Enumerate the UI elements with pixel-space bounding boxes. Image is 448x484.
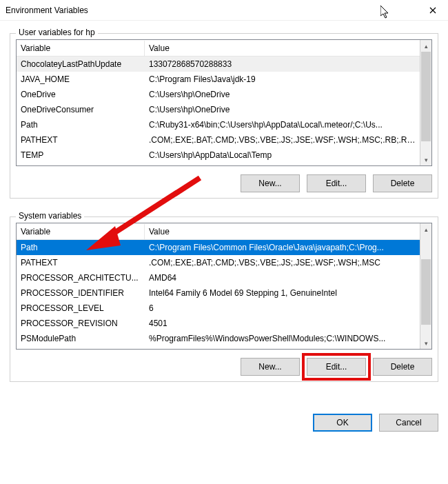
scroll-up-icon[interactable]: ▴ — [420, 223, 431, 235]
value-cell: Intel64 Family 6 Model 69 Stepping 1, Ge… — [145, 286, 420, 300]
value-cell: AMD64 — [145, 271, 420, 285]
table-row[interactable]: PathC:\Program Files\Common Files\Oracle… — [17, 240, 420, 255]
table-row[interactable]: ChocolateyLastPathUpdate1330728685702888… — [17, 57, 420, 72]
table-row[interactable]: TEMPC:\Users\hp\AppData\Local\Temp — [17, 148, 420, 163]
table-row[interactable]: PATHEXT.COM;.EXE;.BAT;.CMD;.VBS;.VBE;.JS… — [17, 132, 420, 148]
value-cell: .COM;.EXE;.BAT;.CMD;.VBS;.VBE;.JS;.JSE;.… — [145, 133, 420, 147]
scroll-down-icon[interactable]: ▾ — [420, 337, 431, 349]
column-header-value[interactable]: Value — [145, 41, 420, 56]
system-delete-button[interactable]: Delete — [373, 358, 432, 376]
variable-cell: PROCESSOR_LEVEL — [17, 301, 145, 315]
value-cell: 4501 — [145, 316, 420, 330]
table-row[interactable]: PSModulePath%ProgramFiles%\WindowsPowerS… — [17, 331, 420, 346]
table-row[interactable]: PathC:\Ruby31-x64\bin;C:\Users\hp\AppDat… — [17, 117, 420, 132]
table-row[interactable]: PATHEXT.COM;.EXE;.BAT;.CMD;.VBS;.VBE;.JS… — [17, 255, 420, 270]
variable-cell: PROCESSOR_IDENTIFIER — [17, 286, 145, 300]
user-variables-label: User variables for hp — [16, 28, 98, 37]
variable-cell: ChocolateyLastPathUpdate — [17, 57, 145, 71]
window-title: Environment Variables — [6, 6, 417, 15]
ok-button[interactable]: OK — [313, 414, 372, 432]
value-cell: 133072868570288833 — [145, 57, 420, 71]
system-list-scrollbar[interactable]: ▴ ▾ — [420, 223, 431, 349]
system-edit-button[interactable]: Edit... — [307, 358, 366, 376]
value-cell: C:\Users\hp\OneDrive — [145, 103, 420, 117]
system-new-button[interactable]: New... — [241, 358, 300, 376]
user-variables-group: User variables for hp Variable Value Cho… — [10, 33, 438, 199]
user-delete-button[interactable]: Delete — [373, 174, 432, 192]
table-row[interactable]: OneDriveC:\Users\hp\OneDrive — [17, 87, 420, 102]
variable-cell: PSModulePath — [17, 332, 145, 345]
user-variables-list[interactable]: Variable Value ChocolateyLastPathUpdate1… — [16, 39, 432, 166]
variable-cell: PATHEXT — [17, 133, 145, 147]
table-row[interactable]: PROCESSOR_IDENTIFIERIntel64 Family 6 Mod… — [17, 285, 420, 301]
value-cell: %ProgramFiles%\WindowsPowerShell\Modules… — [145, 332, 420, 345]
variable-cell: JAVA_HOME — [17, 72, 145, 86]
variable-cell: OneDrive — [17, 88, 145, 101]
table-row[interactable]: PROCESSOR_LEVEL6 — [17, 301, 420, 316]
variable-cell: Path — [17, 118, 145, 132]
value-cell: C:\Program Files\Java\jdk-19 — [145, 72, 420, 86]
user-edit-button[interactable]: Edit... — [307, 174, 366, 192]
variable-cell: PATHEXT — [17, 256, 145, 270]
titlebar: Environment Variables — [0, 0, 448, 21]
column-header-variable[interactable]: Variable — [17, 41, 145, 56]
table-row[interactable]: JAVA_HOMEC:\Program Files\Java\jdk-19 — [17, 72, 420, 87]
value-cell: C:\Users\hp\AppData\Local\Temp — [145, 148, 420, 162]
value-cell: .COM;.EXE;.BAT;.CMD;.VBS;.VBE;.JS;.JSE;.… — [145, 256, 420, 270]
value-cell: C:\Ruby31-x64\bin;C:\Users\hp\AppData\Lo… — [145, 118, 420, 132]
user-new-button[interactable]: New... — [241, 174, 300, 192]
system-list-header: Variable Value — [17, 223, 420, 240]
scroll-up-icon[interactable]: ▴ — [420, 40, 431, 52]
value-cell: C:\Program Files\Common Files\Oracle\Jav… — [145, 241, 420, 254]
user-buttons-row: New... Edit... Delete — [16, 174, 432, 192]
user-list-header: Variable Value — [17, 40, 420, 57]
value-cell: C:\Users\hp\OneDrive — [145, 88, 420, 101]
column-header-value[interactable]: Value — [145, 224, 420, 239]
system-buttons-row: New... Edit... Delete — [16, 358, 432, 376]
variable-cell: Path — [17, 241, 145, 254]
variable-cell: PROCESSOR_REVISION — [17, 316, 145, 330]
table-row[interactable]: OneDriveConsumerC:\Users\hp\OneDrive — [17, 102, 420, 117]
variable-cell: OneDriveConsumer — [17, 103, 145, 117]
table-row[interactable]: PROCESSOR_REVISION4501 — [17, 316, 420, 331]
system-variables-group: System variables Variable Value PathC:\P… — [10, 216, 438, 382]
system-variables-label: System variables — [16, 211, 84, 221]
value-cell: 6 — [145, 301, 420, 315]
system-variables-list[interactable]: Variable Value PathC:\Program Files\Comm… — [16, 223, 432, 350]
variable-cell: TEMP — [17, 148, 145, 162]
cancel-button[interactable]: Cancel — [379, 414, 438, 432]
variable-cell: PROCESSOR_ARCHITECTU... — [17, 271, 145, 285]
scroll-down-icon[interactable]: ▾ — [420, 154, 431, 165]
table-row[interactable]: PROCESSOR_ARCHITECTU...AMD64 — [17, 270, 420, 285]
close-button[interactable] — [417, 0, 448, 21]
column-header-variable[interactable]: Variable — [17, 224, 145, 239]
dialog-footer: OK Cancel — [0, 407, 448, 432]
close-icon — [429, 7, 436, 14]
user-list-scrollbar[interactable]: ▴ ▾ — [420, 40, 431, 165]
